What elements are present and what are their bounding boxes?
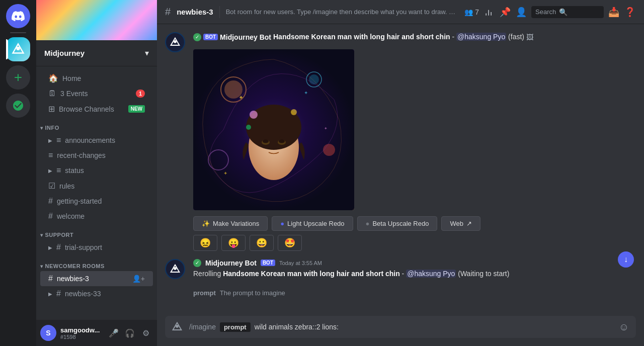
image-header: ✓ BOT Midjourney Bot Handsome Korean man…	[193, 32, 636, 42]
svg-point-16	[291, 109, 297, 115]
inbox-button[interactable]: 📥	[608, 6, 620, 18]
user-tag: #1598	[60, 334, 103, 340]
channel-welcome[interactable]: # welcome	[40, 209, 153, 224]
channel-getting-started[interactable]: # getting-started	[40, 194, 153, 209]
bot-avatar-1	[165, 32, 185, 52]
channel-announcements[interactable]: ▶ ≡ announcements	[40, 133, 153, 148]
svg-text:✦: ✦	[304, 90, 308, 96]
scroll-to-bottom-button[interactable]: ↓	[618, 251, 634, 268]
explore-icon[interactable]	[6, 94, 30, 118]
add-member-header-button[interactable]: 👤	[515, 6, 527, 18]
explore-button[interactable]	[6, 94, 30, 118]
member-count-number: 7	[475, 8, 479, 16]
pin-button[interactable]: 📌	[499, 6, 511, 18]
add-server-icon[interactable]: +	[6, 65, 30, 90]
sidebar-item-browse-channels[interactable]: ⊞ Browse Channels NEW	[40, 101, 153, 117]
svg-point-15	[250, 111, 258, 119]
hashtag-icon: ≡	[48, 151, 53, 160]
category-support[interactable]: ▾ SUPPORT	[36, 224, 157, 240]
photo-icon[interactable]: 🖼	[526, 33, 533, 41]
channel-newbies-33[interactable]: ▶ # newbies-33	[40, 286, 153, 301]
server-divider	[10, 32, 26, 33]
prompt-value: The prompt to imagine	[220, 289, 285, 297]
prompt-chip: prompt	[220, 322, 251, 332]
channel-rules-name: rules	[59, 182, 145, 190]
light-upscale-icon: ●	[280, 220, 284, 227]
events-icon: 🗓	[48, 89, 56, 98]
midjourney-server-icon[interactable]	[6, 37, 30, 61]
message-image[interactable]: ✦ ✦ ✦ ✦	[193, 49, 354, 210]
emoji-button[interactable]: ☺	[616, 319, 632, 335]
message-text-2: Rerolling Handsome Korean man with long …	[193, 269, 636, 279]
bot-badge-1: BOT	[203, 34, 218, 40]
light-upscale-redo-button[interactable]: ● Light Upscale Redo	[272, 216, 353, 231]
category-newcomer-rooms[interactable]: ▾ NEWCOMER ROOMS	[36, 255, 157, 271]
svg-point-23	[176, 325, 179, 328]
category-newcomer-rooms-label: NEWCOMER ROOMS	[45, 263, 105, 269]
sidebar-item-home[interactable]: 🏠 Home	[40, 70, 153, 86]
server-banner	[36, 0, 157, 40]
settings-button[interactable]: ⚙	[139, 326, 153, 340]
browse-channels-label: Browse Channels	[59, 105, 114, 113]
svg-point-6	[309, 74, 319, 84]
user-controls: 🎤 🎧 ⚙	[107, 326, 153, 340]
server-list: +	[0, 0, 36, 346]
category-info-label: INFO	[45, 125, 59, 131]
svg-text:✦: ✦	[223, 170, 227, 176]
mute-button[interactable]: 🎤	[107, 326, 121, 340]
message-group-2: ✓ Midjourney Bot BOT Today at 3:55 AM Re…	[165, 259, 636, 279]
svg-point-14	[279, 139, 285, 143]
reaction-btn-3[interactable]: 😀	[250, 235, 274, 251]
prompt-label: prompt	[193, 289, 216, 297]
hashtag-icon: #	[56, 289, 61, 298]
member-count: 👥 7	[464, 8, 479, 16]
message-text-1: Handsome Korean man with long hair and s…	[273, 32, 524, 42]
channel-header-name: newbies-3	[177, 8, 213, 16]
make-variations-label: Make Variations	[213, 220, 259, 227]
sidebar-item-events[interactable]: 🗓 3 Events 1	[40, 86, 153, 101]
add-member-icon[interactable]: 👤+	[132, 275, 145, 283]
reaction-btn-1[interactable]: 😖	[193, 235, 217, 251]
hashtag-icon: #	[48, 212, 53, 221]
server-header[interactable]: Midjourney ▾	[36, 40, 157, 66]
verified-icon: ✓	[193, 33, 201, 41]
channel-rules[interactable]: ☑ rules	[40, 178, 153, 194]
beta-upscale-redo-button[interactable]: ● Beta Upscale Redo	[357, 216, 438, 231]
discord-home-button[interactable]	[6, 4, 30, 28]
external-link-icon: ↗	[466, 220, 472, 227]
channel-recent-changes[interactable]: ≡ recent-changes	[40, 148, 153, 163]
channel-newbies-3[interactable]: # newbies-3 👤+	[40, 271, 153, 286]
search-box[interactable]: Search 🔍	[531, 6, 604, 18]
reaction-btn-4[interactable]: 🤩	[278, 235, 302, 251]
add-server-button[interactable]: +	[6, 65, 30, 90]
deafen-button[interactable]: 🎧	[123, 326, 137, 340]
midjourney-server-button[interactable]	[6, 37, 30, 61]
svg-point-13	[263, 139, 269, 143]
web-button[interactable]: Web ↗	[441, 216, 480, 231]
category-info[interactable]: ▾ INFO	[36, 117, 157, 133]
discord-icon[interactable]	[6, 4, 30, 28]
bot-avatar-2	[165, 259, 185, 279]
home-label: Home	[62, 74, 145, 82]
search-placeholder: Search	[535, 8, 556, 16]
message-input[interactable]	[255, 323, 612, 331]
message-content-2: ✓ Midjourney Bot BOT Today at 3:55 AM Re…	[193, 259, 636, 279]
header-actions: 👥 7 📌 👤 Search 🔍 📥 ❓	[464, 6, 636, 18]
expand-icon: ▶	[48, 168, 52, 174]
channel-status-name: status	[65, 166, 145, 175]
username: samgoodw...	[60, 326, 103, 334]
channel-trial-support[interactable]: ▶ # trial-support	[40, 240, 153, 255]
hashtag-icon: #	[48, 274, 53, 283]
channel-sidebar: Midjourney ▾ 🏠 Home 🗓 3 Events 1 ⊞ Brows…	[36, 0, 157, 346]
channel-status[interactable]: ▶ ≡ status	[40, 163, 153, 178]
events-label: 3 Events	[60, 90, 88, 98]
make-variations-button[interactable]: ✨ Make Variations	[193, 216, 268, 231]
notification-pin-button[interactable]	[483, 6, 495, 18]
reaction-btn-2[interactable]: 😛	[221, 235, 246, 251]
help-button[interactable]: ❓	[624, 6, 636, 18]
server-name: Midjourney	[44, 49, 85, 57]
channel-announcements-name: announcements	[65, 136, 145, 144]
category-support-label: SUPPORT	[45, 232, 74, 238]
search-icon: 🔍	[559, 8, 568, 16]
input-area: /imagine prompt ☺	[157, 308, 644, 346]
